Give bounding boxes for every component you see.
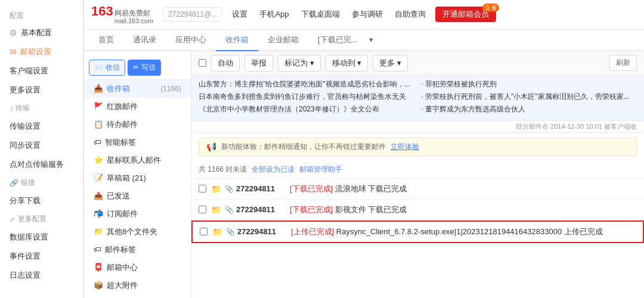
inbox-item-label: 已发送	[107, 191, 130, 201]
mark-all-read-link[interactable]: 全部设为已读	[252, 164, 295, 175]
mark-as-btn[interactable]: 标记为 ▾	[278, 55, 321, 72]
sidebar-item-label: 邮箱设置	[20, 46, 51, 57]
promo-link[interactable]: 立即体验	[391, 142, 419, 152]
sidebar-item-client-settings[interactable]: 客户端设置	[0, 61, 83, 80]
inbox-item-label: 超大附件	[107, 280, 138, 291]
mail-list: 📁 📎 272294811 [下载已完成] 流浪地球 下载已完成 📁 📎 272…	[191, 179, 644, 298]
sidebar-item-label: 同步设置	[10, 140, 41, 151]
sidebar-item-label: 传输设置	[10, 121, 41, 132]
inbox-item-tags[interactable]: 🏷 邮件标签	[84, 241, 191, 259]
select-all-checkbox[interactable]	[199, 59, 206, 67]
auto-btn[interactable]: 自动	[211, 55, 240, 72]
inbox-item-smart-tag[interactable]: 🏷 智能标签	[84, 134, 191, 151]
folder-icon-3: 📁	[212, 227, 222, 237]
report-btn[interactable]: 举报	[244, 55, 273, 72]
email-overlay: 163 网易免费邮 mail.163.com 272294811@... 设置 …	[83, 0, 644, 298]
highlight-3: [上传已完成]	[291, 227, 334, 236]
draft-icon: 📝	[94, 173, 103, 182]
inbox-item-subscribe[interactable]: 📬 订阅邮件	[84, 205, 191, 223]
mail-item-2[interactable]: 📁 📎 272294811 [下载已完成] 影视文件 下载已完成	[191, 200, 644, 221]
nav-desktop[interactable]: 下载桌面端	[301, 9, 340, 20]
highlight-2: [下载已完成]	[290, 205, 333, 214]
todo-icon: 📋	[94, 120, 103, 129]
promo-banner: 📢 新功能体验：邮件精细通知，让你不再错过重要邮件 立即体验	[199, 138, 637, 156]
folder-icon-1: 📁	[211, 184, 221, 194]
transfer-icon: ↕	[10, 104, 13, 113]
attach-icon-1: 📎	[225, 185, 234, 193]
link-section-label: 🔗 链接	[0, 174, 83, 191]
tab-app-center[interactable]: 应用中心	[166, 30, 216, 51]
tab-enterprise[interactable]: 企业邮箱	[258, 30, 308, 51]
move-to-btn[interactable]: 移动到 ▾	[326, 55, 369, 72]
inbox-item-label: 邮件标签	[105, 244, 136, 255]
mail-main-area: 📨 收信 ✏ 写信 📥 收件箱 (1166) 🚩 红旗邮件	[84, 51, 644, 298]
sidebar-item-p2p-service[interactable]: 点对点传输服务	[0, 155, 83, 174]
inbox-item-drafts[interactable]: 📝 草稿箱 (21)	[84, 169, 191, 187]
inbox-item-star-contacts[interactable]: ⭐ 星标联系人邮件	[84, 151, 191, 169]
mail-checkbox-2[interactable]	[199, 206, 206, 213]
nav-survey[interactable]: 参与调研	[352, 9, 383, 20]
news-item-3: 《北京市中小学教材管理办法（2023年修订）》全文公布	[199, 104, 414, 114]
count-text: 共 1166 封未读	[199, 164, 247, 175]
email-address-display: 272294811@...	[163, 7, 222, 21]
mail-subject-2: [下载已完成] 影视文件 下载已完成	[290, 204, 637, 215]
news-right-3: · 董宇辉成为东方甄选高级合伙人	[422, 104, 637, 114]
sidebar-item-basic-config[interactable]: ⚙ 基本配置	[0, 23, 83, 42]
nav-self-help[interactable]: 自助查询	[395, 9, 426, 20]
write-btn[interactable]: ✏ 写信	[128, 60, 161, 76]
sidebar-item-label: 客户端设置	[10, 66, 48, 76]
inbox-item-label: 订阅邮件	[107, 209, 138, 219]
mail-icon: ✉	[10, 47, 17, 57]
sidebar-item-more-settings[interactable]: 更多设置	[0, 80, 83, 100]
folder-icon-2: 📁	[211, 205, 221, 215]
mail-content-area: 自动 举报 标记为 ▾ 移动到 ▾ 更多 ▾ 刷新 山东警方：博主撑拍"给住院婆…	[191, 51, 644, 298]
mail-count-bar: 共 1166 封未读 全部设为已读 邮箱管理助手	[191, 161, 644, 179]
sidebar-item-sync-settings[interactable]: 同步设置	[0, 136, 83, 155]
star-icon: ⭐	[94, 156, 103, 164]
open-vip-button[interactable]: 开通邮箱会员 立省	[435, 7, 496, 22]
inbox-item-flagged[interactable]: 🚩 红旗邮件	[84, 98, 191, 116]
sidebar-item-label: 日志设置	[10, 270, 41, 281]
nav-mobile-app[interactable]: 手机App	[259, 9, 289, 20]
receive-btn[interactable]: 📨 收信	[89, 60, 125, 76]
tab-home[interactable]: 首页	[89, 30, 123, 51]
sidebar-item-split-download[interactable]: 分享下载	[0, 191, 83, 210]
folder-icon: 📁	[94, 227, 103, 236]
inbox-icon: 📥	[94, 84, 103, 93]
mail-item-3[interactable]: 📁 📎 272294811 [上传已完成] Raysync_Client_6.7…	[191, 221, 644, 243]
inbox-item-center[interactable]: 📮 邮箱中心	[84, 259, 191, 277]
tab-dropdown[interactable]: ▾	[367, 30, 376, 49]
sidebar-item-log-settings[interactable]: 日志设置	[0, 266, 83, 285]
logo-text: 网易免费邮	[114, 9, 153, 17]
promo-text: 新功能体验：邮件精细通知，让你不再错过重要邮件	[221, 142, 386, 152]
news-right-2: · 劳荣枝执行死刑前，被害人"小木匠"家属称泪别已久，劳荣枝家...	[422, 92, 637, 102]
mail-item-1[interactable]: 📁 📎 272294811 [下载已完成] 流浪地球 下载已完成	[191, 179, 644, 200]
news-item-1: 山东警方：博主撑拍"给住院婆婆吃泡面"视频造成恶劣社会影响，...	[199, 79, 414, 89]
inbox-item-large-attach[interactable]: 📦 超大附件	[84, 277, 191, 294]
mail-checkbox-1[interactable]	[199, 185, 206, 193]
sidebar-item-email-settings[interactable]: ✉ 邮箱设置	[0, 42, 83, 61]
attach-icon-2: 📎	[225, 206, 234, 214]
inbox-item-sent[interactable]: 📤 已发送	[84, 187, 191, 205]
sidebar-item-db-settings[interactable]: 数据库设置	[0, 228, 83, 247]
nav-settings[interactable]: 设置	[232, 9, 247, 20]
inbox-item-other-folders[interactable]: 📁 其他8个文件夹	[84, 223, 191, 241]
more-btn[interactable]: 更多 ▾	[373, 55, 408, 72]
inbox-item-inbox[interactable]: 📥 收件箱 (1166)	[84, 80, 191, 98]
smart-tag-icon: 🏷	[94, 138, 101, 147]
tab-inbox[interactable]: 收件箱	[216, 30, 258, 51]
inbox-item-todo[interactable]: 📋 待办邮件	[84, 116, 191, 134]
news-col-left: 山东警方：博主撑拍"给住院婆婆吃泡面"视频造成恶劣社会影响，... 日本南奇鱼多…	[199, 79, 414, 117]
mail-checkbox-3[interactable]	[200, 228, 208, 235]
mail-subject-3: [上传已完成] Raysync_Client_6.7.8.2-setup.exe…	[291, 226, 636, 237]
sidebar-item-event-settings[interactable]: 事件设置	[0, 247, 83, 266]
refresh-btn[interactable]: 刷新	[609, 55, 637, 71]
main-content: 邮箱设置 ✦ 发件人昵称 ✦ 邮箱类型 其它邮箱 163邮箱 QQ邮箱	[83, 0, 644, 298]
vip-badge: 立省	[482, 4, 499, 12]
sidebar-item-transfer-settings[interactable]: 传输设置	[0, 117, 83, 136]
tab-contacts[interactable]: 通讯录	[123, 30, 166, 51]
mail-assistant-link[interactable]: 邮箱管理助手	[299, 164, 342, 175]
receive-icon: 📨	[94, 63, 103, 72]
sidebar-item-label: 更多设置	[10, 85, 41, 95]
tab-downloads[interactable]: [下载已完...	[308, 30, 367, 51]
